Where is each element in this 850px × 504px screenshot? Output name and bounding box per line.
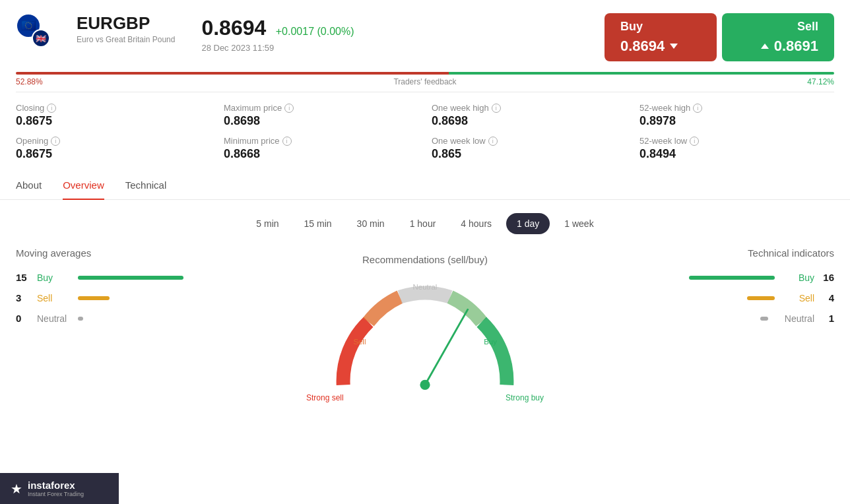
stat-week-low-value: 0.865	[432, 147, 626, 161]
ma-sell-label: Sell	[37, 293, 70, 303]
footer-logo: ★ instaforex Instant Forex Trading	[0, 473, 119, 504]
price-section: 0.8694 +0.0017 (0.00%) 28 Dec 2023 11:59	[201, 13, 578, 53]
chevron-up-icon	[761, 44, 769, 49]
gauge-wrapper: Sell Neutral Buy Strong sell Strong buy	[300, 272, 550, 404]
sell-label-text: Sell	[353, 338, 366, 346]
stats-grid: Closing i 0.8675 Maximum price i 0.8698 …	[0, 92, 850, 172]
currency-info: EURGBP Euro vs Great Britain Pound	[77, 13, 175, 44]
price-main: 0.8694	[201, 16, 266, 40]
tf-4hours[interactable]: 4 hours	[450, 213, 502, 234]
info-icon-52-high[interactable]: i	[693, 104, 702, 113]
strong-sell-bottom: Strong sell	[306, 393, 344, 402]
tab-overview[interactable]: Overview	[63, 172, 104, 200]
price-datetime: 28 Dec 2023 11:59	[201, 43, 578, 53]
timeframe-section: 5 min 15 min 30 min 1 hour 4 hours 1 day…	[0, 200, 850, 247]
ma-neutral-label: Neutral	[37, 313, 70, 324]
info-icon-max[interactable]: i	[284, 104, 294, 113]
tech-neutral-row: Neutral 1	[663, 313, 834, 324]
stat-closing-label: Closing i	[16, 103, 211, 113]
feedback-sell-bar	[449, 72, 834, 75]
stat-52-low-value: 0.8494	[639, 147, 834, 161]
moving-averages-title: Moving averages	[16, 247, 187, 259]
tf-15min[interactable]: 15 min	[294, 213, 343, 234]
buy-button[interactable]: Buy 0.8694	[605, 13, 717, 61]
stat-week-high-value: 0.8698	[432, 114, 626, 128]
stat-closing-value: 0.8675	[16, 114, 211, 128]
stat-opening-value: 0.8675	[16, 147, 211, 161]
neutral-label-text: Neutral	[413, 283, 438, 291]
stat-52-high-value: 0.8978	[639, 114, 834, 128]
stat-min-price: Minimum price i 0.8668	[224, 136, 418, 161]
tech-buy-row: Buy 16	[663, 272, 834, 283]
tech-sell-label: Sell	[781, 293, 814, 303]
tech-neutral-count: 1	[821, 313, 834, 324]
tf-1day[interactable]: 1 day	[506, 213, 550, 234]
stat-max-price: Maximum price i 0.8698	[224, 103, 418, 128]
info-icon-week-high[interactable]: i	[492, 104, 501, 113]
sell-button[interactable]: Sell 0.8691	[722, 13, 834, 61]
tech-neutral-label: Neutral	[775, 313, 814, 324]
info-icon-52-low[interactable]: i	[690, 137, 699, 146]
tech-buy-bar	[689, 276, 775, 280]
tab-technical[interactable]: Technical	[125, 172, 167, 200]
ma-sell-bar	[78, 296, 110, 300]
feedback-buy-bar	[16, 72, 449, 75]
analysis-section: Moving averages 15 Buy 3 Sell 0 Neutral …	[0, 247, 850, 417]
chevron-down-icon	[670, 44, 678, 49]
ma-buy-count: 15	[16, 272, 29, 283]
stat-min-value: 0.8668	[224, 147, 418, 161]
tech-buy-label: Buy	[781, 272, 814, 283]
stat-week-low-label: One week low i	[432, 136, 626, 146]
stat-opening: Opening i 0.8675	[16, 136, 211, 161]
gauge-title: Recommendations (sell/buy)	[362, 254, 488, 265]
traders-feedback-label: Traders' feedback	[393, 77, 456, 86]
sell-label: Sell	[797, 20, 818, 34]
price-change: +0.0017 (0.00%)	[276, 26, 354, 37]
buy-label-text: Buy	[484, 338, 497, 346]
tech-buy-count: 16	[821, 272, 834, 283]
ma-buy-bar	[78, 276, 183, 280]
tech-sell-count: 4	[821, 292, 834, 303]
tab-about[interactable]: About	[16, 172, 42, 200]
currency-flags: 🇪🇺 🇬🇧	[16, 13, 50, 47]
traders-feedback: 52.88% Traders' feedback 47.12%	[0, 72, 850, 92]
tabs-section: About Overview Technical	[0, 172, 850, 200]
ma-buy-row: 15 Buy	[16, 272, 187, 283]
stat-max-label: Maximum price i	[224, 103, 418, 113]
stat-closing: Closing i 0.8675	[16, 103, 211, 128]
ma-neutral-count: 0	[16, 313, 29, 324]
strong-buy-bottom: Strong buy	[506, 393, 544, 402]
buy-price: 0.8694	[620, 38, 665, 55]
stat-52-low: 52-week low i 0.8494	[639, 136, 834, 161]
info-icon-opening[interactable]: i	[51, 137, 60, 146]
tf-5min[interactable]: 5 min	[245, 213, 289, 234]
feedback-labels: 52.88% Traders' feedback 47.12%	[16, 77, 834, 86]
feedback-buy-pct: 52.88%	[16, 77, 43, 86]
info-icon-week-low[interactable]: i	[488, 137, 498, 146]
tf-1week[interactable]: 1 week	[554, 213, 604, 234]
feedback-bar	[16, 72, 834, 75]
currency-description: Euro vs Great Britain Pound	[77, 35, 175, 44]
stat-52-low-label: 52-week low i	[639, 136, 834, 146]
logo-name: instaforex	[28, 480, 84, 491]
info-icon-closing[interactable]: i	[47, 104, 56, 113]
sell-price: 0.8691	[774, 38, 818, 55]
stat-52-high: 52-week high i 0.8978	[639, 103, 834, 128]
tf-1hour[interactable]: 1 hour	[399, 213, 447, 234]
technical-indicators: Technical indicators Buy 16 Sell 4 Neutr…	[663, 247, 834, 404]
logo-text: instaforex Instant Forex Trading	[28, 480, 84, 497]
tech-title: Technical indicators	[663, 247, 834, 259]
header: 🇪🇺 🇬🇧 EURGBP Euro vs Great Britain Pound…	[0, 0, 850, 72]
logo-tagline: Instant Forex Trading	[28, 491, 84, 497]
info-icon-min[interactable]: i	[282, 137, 292, 146]
gauge-section: Recommendations (sell/buy)	[201, 247, 649, 404]
stat-max-value: 0.8698	[224, 114, 418, 128]
tech-sell-bar	[747, 296, 775, 300]
feedback-sell-pct: 47.12%	[807, 77, 834, 86]
gauge-needle	[425, 309, 468, 385]
tf-30min[interactable]: 30 min	[346, 213, 395, 234]
stat-opening-label: Opening i	[16, 136, 211, 146]
logo-icon: ★	[11, 481, 22, 497]
moving-averages: Moving averages 15 Buy 3 Sell 0 Neutral	[16, 247, 187, 404]
buy-label: Buy	[620, 20, 643, 34]
